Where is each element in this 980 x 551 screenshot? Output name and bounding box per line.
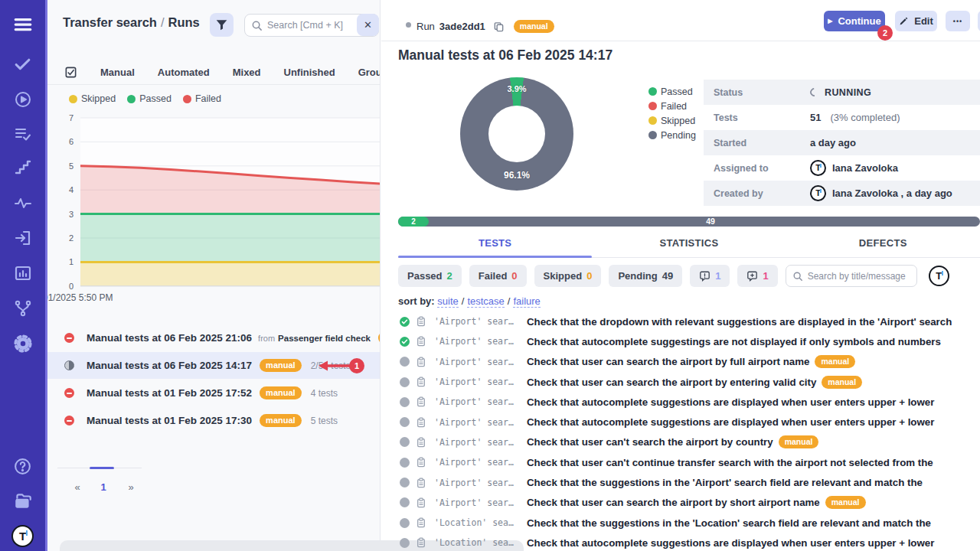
test-suite: 'Airport' sear… [434, 357, 517, 367]
test-title: Check that user can search the airport b… [527, 356, 809, 367]
checks-icon[interactable] [0, 55, 45, 74]
test-title: Check that autocomplete suggestions are … [527, 537, 934, 549]
testcase-icon [416, 417, 426, 428]
legend-failed: Failed [648, 99, 696, 113]
svg-text:1: 1 [69, 257, 74, 266]
sidebar: T [0, 0, 47, 551]
filter-passed[interactable]: Passed2 [398, 265, 462, 287]
test-row[interactable]: 'Airport' sear…Check that user can searc… [381, 493, 980, 513]
status-donut-chart: 3.9% 96.1% [460, 77, 573, 191]
annotation-marker-1: 1 [349, 358, 364, 373]
test-row[interactable]: 'Airport' sear…Check that autocomplete s… [381, 392, 980, 412]
test-row[interactable]: 'Airport' sear…Check that user can searc… [381, 372, 980, 392]
info-row-started: Started a day ago [704, 130, 980, 155]
tab-unfinished[interactable]: Unfinished [284, 67, 335, 78]
edit-button[interactable]: Edit [895, 11, 937, 31]
detail-tabs: TESTS STATISTICS DEFECTS [398, 232, 980, 258]
test-suite: 'Airport' sear… [434, 478, 517, 488]
tests-search [786, 265, 917, 287]
filter-pending[interactable]: Pending49 [609, 265, 682, 287]
tab-groups[interactable]: Groups [358, 67, 381, 78]
test-row[interactable]: 'Airport' sear…Check that user can searc… [381, 352, 980, 372]
filter-added-comments[interactable]: 1 [737, 265, 777, 287]
test-title: Check that user can search the airport b… [527, 497, 820, 508]
runs-play-icon[interactable] [0, 90, 45, 109]
filter-button[interactable] [210, 13, 234, 37]
breadcrumb-separator: / [157, 15, 168, 29]
skipped-dot [69, 95, 77, 103]
tab-mixed[interactable]: Mixed [233, 67, 261, 78]
menu-icon[interactable] [0, 15, 45, 34]
import-icon[interactable] [0, 229, 45, 247]
manual-badge: manual [822, 376, 862, 389]
sort-by-suite[interactable]: suite [437, 295, 458, 308]
avatar: T [810, 160, 826, 176]
sort-by-testcase[interactable]: testcase [467, 295, 504, 308]
test-row[interactable]: 'Airport' sear…Check that the suggestion… [381, 472, 980, 492]
manual-badge: manual [378, 331, 381, 344]
settings-icon[interactable] [0, 334, 45, 354]
manual-badge: manual [514, 20, 554, 33]
tab-statistics[interactable]: STATISTICS [592, 232, 786, 257]
run-id-group: Run 3ade2dd1 manual [416, 20, 554, 33]
tab-defects[interactable]: DEFECTS [786, 232, 980, 257]
test-suite: 'Location' sea… [434, 537, 517, 548]
tests-search-input[interactable] [808, 271, 910, 282]
test-row[interactable]: 'Location' sea…Check that the suggestion… [381, 513, 980, 533]
copy-run-id-button[interactable] [493, 21, 505, 33]
progress-passed-segment: 2 [398, 217, 429, 227]
more-button[interactable]: ••• [946, 11, 970, 31]
close-panel-button[interactable]: ✕ [357, 14, 379, 36]
testcase-icon [416, 357, 426, 367]
test-row[interactable]: 'Location' sea…Check that autocomplete s… [381, 533, 980, 551]
svg-text:3: 3 [69, 210, 74, 219]
run-row[interactable]: Manual tests at 01 Feb 2025 17:30 manual… [47, 407, 381, 434]
test-row[interactable]: 'Airport' sear…Check that user can't con… [381, 452, 980, 472]
tab-automated[interactable]: Automated [158, 67, 210, 78]
test-plans-icon[interactable] [0, 125, 45, 143]
annotation-marker-2: 2 [877, 25, 893, 41]
test-row[interactable]: 'Airport' sear…Check that autocomplete s… [381, 412, 980, 432]
milestones-icon[interactable] [0, 159, 45, 178]
filter-failed[interactable]: Failed0 [469, 265, 527, 287]
play-icon: ▶ [828, 18, 832, 24]
select-all-icon[interactable] [64, 66, 77, 79]
run-row[interactable]: Manual tests at 01 Feb 2025 17:52 manual… [47, 380, 381, 406]
pending-status-icon [400, 497, 410, 507]
filter-skipped[interactable]: Skipped0 [534, 265, 602, 287]
pagination-page-1[interactable]: 1 [95, 480, 112, 494]
legend-passed: Passed [648, 84, 696, 99]
filter-comments[interactable]: 1 [690, 265, 730, 287]
projects-icon[interactable] [0, 491, 45, 511]
test-row[interactable]: 'Airport' sear…Check that user can't sea… [381, 432, 980, 452]
user-avatar[interactable]: T [929, 266, 949, 286]
test-title: Check that autocomplete suggestions are … [527, 416, 934, 428]
run-row[interactable]: Manual tests at 06 Feb 2025 21:06 from P… [47, 324, 381, 351]
branches-icon[interactable] [0, 299, 45, 318]
tab-tests[interactable]: TESTS [398, 232, 592, 257]
app-logo[interactable]: T [0, 525, 45, 547]
reports-icon[interactable] [0, 264, 45, 282]
test-row[interactable]: 'Airport' sear…Check that autocomplete s… [381, 331, 980, 351]
run-from-plan: Passenger field check [278, 334, 371, 343]
spinner-icon [808, 86, 820, 98]
continue-button[interactable]: ▶ Continue [824, 11, 885, 31]
passed-dot [127, 95, 136, 103]
breadcrumb-current[interactable]: Runs [168, 15, 200, 29]
search-icon [251, 20, 263, 31]
help-icon[interactable] [0, 457, 45, 476]
testcase-icon [416, 316, 426, 327]
progress-pending-count: 49 [701, 217, 720, 227]
pending-status-icon [400, 377, 410, 387]
test-filters: Passed2 Failed0 Skipped0 Pending49 1 1 T [398, 265, 949, 287]
test-title: Check that the suggestions in the 'Locat… [527, 517, 931, 529]
analytics-pulse-icon[interactable] [0, 194, 45, 213]
pagination-prev[interactable]: « [69, 480, 86, 494]
tab-manual[interactable]: Manual [100, 67, 135, 78]
breadcrumb-parent[interactable]: Transfer search [63, 15, 157, 29]
passed-dot [648, 87, 657, 96]
pagination-next[interactable]: » [122, 480, 139, 494]
sort-by-failure[interactable]: failure [513, 295, 540, 308]
legend-pending: Pending [648, 128, 696, 142]
test-row[interactable]: 'Airport' sear…Check that the dropdown w… [381, 311, 980, 331]
